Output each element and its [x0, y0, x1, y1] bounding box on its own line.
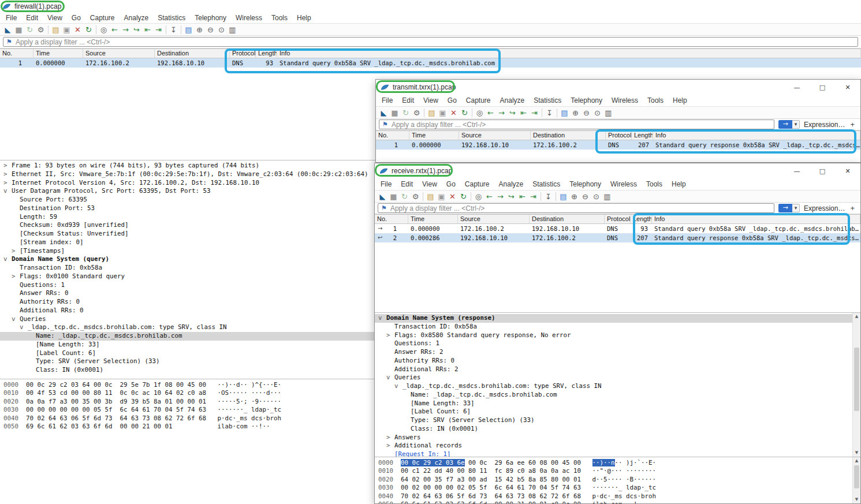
display-filter-input[interactable]: ⚑ Apply a display filter ... <Ctrl-/>	[379, 120, 774, 129]
titlebar-receive[interactable]: receive.rxtx(1).pcap — □ ✕	[375, 163, 860, 178]
go-last-icon[interactable]: ⇥	[528, 191, 539, 202]
tree-row[interactable]: Transaction ID: 0xb58a	[375, 323, 860, 331]
collapse-icon[interactable]: v	[386, 374, 394, 382]
scroll-up-icon[interactable]: ▲	[853, 457, 860, 465]
column-header-info[interactable]: Info	[277, 49, 861, 58]
column-header-no[interactable]: No.	[375, 215, 408, 223]
expand-icon[interactable]: >	[12, 247, 20, 256]
packet-row[interactable]: 10.000000192.168.10.10172.16.100.2DNS207…	[376, 140, 860, 150]
resize-columns-icon[interactable]: ▥	[227, 24, 238, 35]
go-first-icon[interactable]: ⇤	[142, 24, 153, 35]
restart-capture-icon[interactable]: ↻	[400, 107, 411, 118]
filter-bookmark-icon[interactable]: ⚑	[6, 38, 12, 46]
bytes-scrollbar[interactable]: ▲ ▼	[852, 457, 860, 503]
packet-row[interactable]: 10.000000172.16.100.2192.168.10.10DNS93S…	[0, 58, 861, 68]
reload-file-icon[interactable]: ↻	[459, 107, 470, 118]
hex-row[interactable]: 002064 02 00 35 f7 a3 00 ad 15 42 b5 8a …	[378, 476, 860, 484]
find-packet-icon[interactable]: ◎	[473, 191, 484, 202]
tree-row[interactable]: [Label Count: 6]	[375, 408, 860, 416]
apply-filter-arrow-icon[interactable]: →	[778, 120, 792, 129]
menu-analyze[interactable]: Analyze	[120, 14, 154, 22]
column-header-source[interactable]: Source	[83, 49, 155, 58]
go-first-icon[interactable]: ⇤	[518, 107, 529, 118]
menu-edit[interactable]: Edit	[21, 14, 43, 22]
menu-telephony[interactable]: Telephony	[566, 96, 607, 104]
menu-tools[interactable]: Tools	[642, 180, 667, 188]
expand-icon[interactable]: >	[386, 434, 394, 442]
close-button[interactable]: ✕	[835, 80, 860, 95]
tree-row[interactable]: >Additional records	[375, 442, 860, 450]
menu-file[interactable]: File	[377, 96, 397, 104]
zoom-out-icon[interactable]: ⊖	[205, 24, 216, 35]
menu-edit[interactable]: Edit	[396, 180, 418, 188]
expression-button[interactable]: Expression…	[804, 121, 845, 129]
maximize-button[interactable]: □	[810, 163, 835, 178]
tree-row[interactable]: vQueries	[375, 374, 860, 382]
menu-view[interactable]: View	[419, 96, 443, 104]
menu-capture[interactable]: Capture	[85, 14, 120, 22]
stop-capture-icon[interactable]: ■	[13, 24, 24, 35]
collapse-icon[interactable]: v	[12, 315, 20, 324]
column-header-protocol[interactable]: Protocol	[606, 131, 632, 140]
tree-row[interactable]: [Request In: 1]	[375, 450, 860, 457]
minimize-button[interactable]: —	[784, 163, 810, 178]
scroll-down-icon[interactable]: ▼	[853, 449, 860, 457]
menu-go[interactable]: Go	[442, 180, 460, 188]
tree-row[interactable]: Type: SRV (Server Selection) (33)	[375, 416, 860, 425]
menu-help[interactable]: Help	[667, 180, 691, 188]
details-scrollbar[interactable]: ▲ ▼	[852, 313, 860, 457]
expand-icon[interactable]: >	[3, 170, 12, 179]
menu-help[interactable]: Help	[292, 14, 316, 22]
filter-history-caret-icon[interactable]: ▾	[792, 204, 800, 212]
close-file-icon[interactable]: ✕	[447, 191, 458, 202]
minimize-button[interactable]: —	[784, 80, 810, 95]
start-capture-icon[interactable]: ◣	[2, 24, 13, 35]
scroll-down-icon[interactable]: ▼	[853, 496, 860, 503]
hex-row[interactable]: 003000 02 00 00 00 02 05 5f 6c 64 61 70 …	[378, 484, 860, 492]
restart-capture-icon[interactable]: ↻	[24, 24, 35, 35]
tree-row[interactable]: Name: _ldap._tcp.dc._msdcs.brohilab.com	[375, 391, 860, 400]
menu-go[interactable]: Go	[443, 96, 461, 104]
menu-statistics[interactable]: Statistics	[528, 180, 565, 188]
expand-icon[interactable]: >	[3, 162, 12, 170]
display-filter-input[interactable]: ⚑ Apply a display filter ... <Ctrl-/>	[378, 203, 774, 213]
scroll-up-icon[interactable]: ▲	[853, 313, 860, 320]
close-file-icon[interactable]: ✕	[448, 107, 459, 118]
menu-telephony[interactable]: Telephony	[190, 14, 231, 22]
zoom-in-icon[interactable]: ⊕	[194, 24, 205, 35]
close-file-icon[interactable]: ✕	[72, 24, 83, 35]
column-header-info[interactable]: Info	[653, 131, 860, 140]
column-header-protocol[interactable]: Protocol	[230, 49, 256, 58]
column-header-length[interactable]: Length	[632, 131, 653, 140]
menu-analyze[interactable]: Analyze	[494, 180, 528, 188]
menu-file[interactable]: File	[376, 180, 396, 188]
column-header-length[interactable]: Length	[256, 49, 277, 58]
scrollbar-thumb[interactable]	[854, 465, 859, 488]
collapse-icon[interactable]: v	[3, 187, 12, 196]
column-header-protocol[interactable]: Protocol	[605, 215, 631, 223]
autoscroll-icon[interactable]: ↧	[544, 107, 555, 118]
menu-wireless[interactable]: Wireless	[231, 14, 267, 22]
menu-file[interactable]: File	[1, 14, 21, 22]
colorize-icon[interactable]: ▤	[559, 107, 570, 118]
tree-row[interactable]: Questions: 1	[375, 339, 860, 348]
capture-options-icon[interactable]: ⚙	[411, 107, 422, 118]
tree-row[interactable]: Class: IN (0x0001)	[375, 425, 860, 434]
menu-edit[interactable]: Edit	[397, 96, 419, 104]
reload-file-icon[interactable]: ↻	[458, 191, 469, 202]
zoom-reset-icon[interactable]: ⊙	[216, 24, 227, 35]
add-filter-button[interactable]: +	[849, 204, 858, 212]
resize-columns-icon[interactable]: ▥	[602, 191, 613, 202]
capture-options-icon[interactable]: ⚙	[410, 191, 421, 202]
zoom-in-icon[interactable]: ⊕	[569, 191, 580, 202]
column-header-time[interactable]: Time	[33, 49, 83, 58]
tree-row[interactable]: Authority RRs: 0	[375, 357, 860, 365]
maximize-button[interactable]: □	[810, 80, 835, 95]
apply-filter-arrow-icon[interactable]: →	[778, 204, 792, 212]
tree-row[interactable]: >Flags: 0x8580 Standard query response, …	[375, 331, 860, 340]
zoom-out-icon[interactable]: ⊖	[580, 191, 591, 202]
go-last-icon[interactable]: ⇥	[153, 24, 164, 35]
open-file-icon[interactable]: ▤	[50, 24, 61, 35]
expand-icon[interactable]: >	[386, 442, 394, 450]
tree-row[interactable]: [Name Length: 33]	[375, 400, 860, 408]
